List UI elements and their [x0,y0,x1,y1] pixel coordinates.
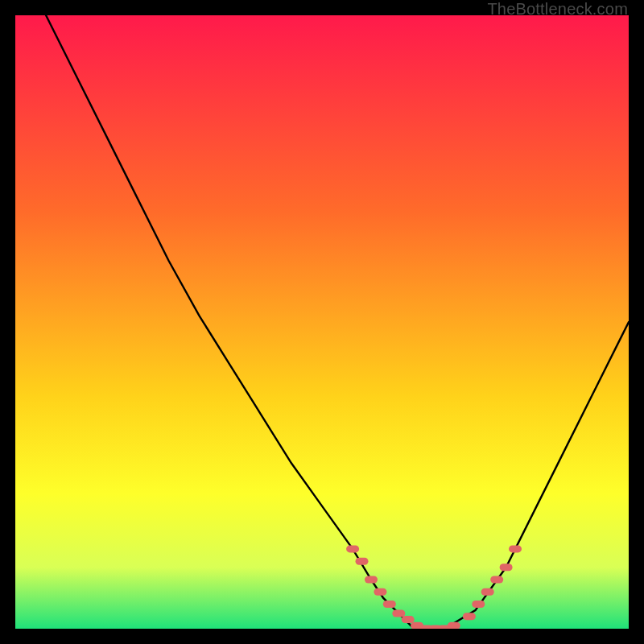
marker-dot [448,622,460,629]
marker-dot [481,588,494,596]
marker-dot [490,576,503,584]
marker-dot [392,610,405,617]
marker-dot [463,613,476,620]
watermark-text: TheBottleneck.com [487,0,628,19]
heatmap-background [15,15,629,629]
marker-dot [374,588,386,596]
marker-dot [472,601,485,608]
marker-dot [500,564,513,571]
marker-dot [346,545,359,552]
marker-dot [402,616,415,623]
marker-dot [383,601,396,608]
marker-dot [356,558,369,565]
marker-dot [365,576,378,584]
chart-frame [15,15,629,629]
marker-dot [509,545,522,552]
chart-svg [15,15,629,629]
